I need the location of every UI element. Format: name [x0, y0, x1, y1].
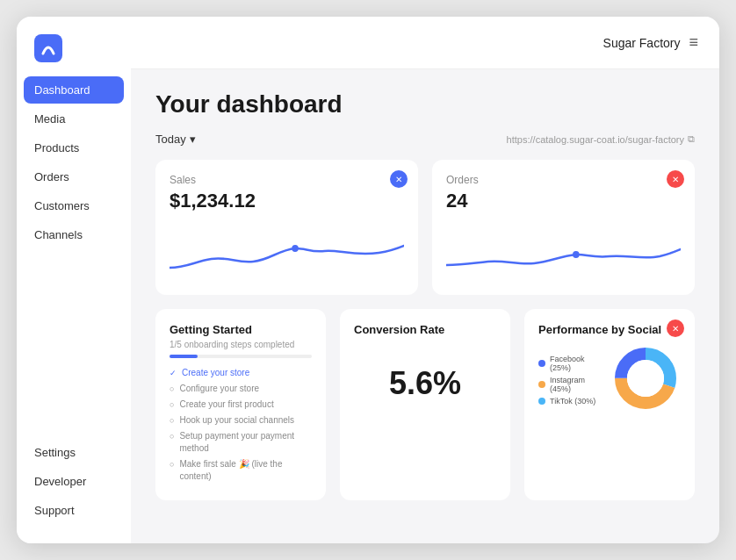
checklist-text: Make first sale 🎉 (live the content) [179, 458, 312, 483]
chevron-down-icon: ▾ [190, 133, 196, 146]
conversion-value: 5.6% [389, 365, 461, 402]
check-icon: ○ [170, 415, 174, 427]
app-window: DashboardMediaProductsOrdersCustomersCha… [17, 17, 719, 543]
donut-chart [610, 343, 681, 417]
orders-value: 24 [446, 190, 681, 212]
legend-label: Instagram (45%) [550, 376, 602, 393]
legend-item: TikTok (30%) [538, 397, 602, 406]
check-icon: ○ [170, 459, 174, 470]
topbar: Sugar Factory ≡ [131, 17, 719, 69]
sidebar-item-settings[interactable]: Settings [24, 439, 124, 466]
checklist-item: ○Configure your store [170, 383, 312, 395]
menu-icon[interactable]: ≡ [689, 33, 698, 52]
legend-dot [538, 398, 545, 405]
getting-started-card: Getting Started 1/5 onboarding steps com… [155, 309, 326, 500]
sidebar-item-media[interactable]: Media [24, 105, 124, 133]
check-icon: ✓ [170, 368, 177, 379]
bottom-row: Getting Started 1/5 onboarding steps com… [155, 309, 695, 500]
sidebar-item-orders[interactable]: Orders [24, 163, 124, 190]
date-filter[interactable]: Today ▾ [155, 133, 196, 146]
conversion-rate-card: Conversion Rate 5.6% [340, 309, 510, 500]
checklist-text: Setup payment your payment method [179, 430, 312, 455]
checklist: ✓Create your store○Configure your store○… [170, 367, 312, 483]
conversion-rate-title: Conversion Rate [354, 323, 496, 336]
orders-label: Orders [446, 174, 681, 186]
sales-value: $1,234.12 [170, 190, 404, 212]
check-icon: ○ [170, 399, 174, 411]
social-card-close[interactable]: ✕ [667, 319, 684, 337]
getting-started-title: Getting Started [170, 323, 312, 336]
checklist-text: Create your first product [179, 398, 273, 411]
legend-item: Instagram (45%) [538, 376, 602, 393]
social-performance-title: Performance by Social [538, 323, 681, 336]
sidebar-item-developer[interactable]: Developer [24, 468, 124, 495]
checklist-item: ✓Create your store [170, 367, 312, 379]
main-area: Sugar Factory ≡ Your dashboard Today ▾ h… [131, 17, 719, 543]
stats-cards-row: Sales $1,234.12 ✕ Orders 24 ✕ [155, 160, 695, 295]
checklist-item: ○Create your first product [170, 398, 312, 411]
sidebar: DashboardMediaProductsOrdersCustomersCha… [17, 17, 131, 543]
progress-label: 1/5 onboarding steps completed [170, 340, 312, 349]
progress-bar-fill [170, 355, 198, 358]
sidebar-item-products[interactable]: Products [24, 134, 124, 162]
orders-card-close[interactable]: ✕ [667, 170, 684, 188]
checklist-text: Create your store [182, 367, 249, 379]
checklist-item: ○Hook up your social channels [170, 414, 312, 427]
legend-item: Facebook (25%) [538, 355, 602, 372]
app-logo-icon [34, 34, 62, 62]
checklist-item: ○Make first sale 🎉 (live the content) [170, 458, 312, 483]
content-area: Your dashboard Today ▾ https://catalog.s… [131, 69, 719, 543]
external-link-icon: ⧉ [688, 133, 695, 145]
legend-dot [538, 381, 545, 388]
catalog-url: https://catalog.sugar-coat.io/sugar-fact… [507, 133, 695, 145]
store-name: Sugar Factory [603, 36, 681, 50]
sidebar-item-customers[interactable]: Customers [24, 192, 124, 219]
svg-point-1 [292, 245, 299, 252]
toolbar-row: Today ▾ https://catalog.sugar-coat.io/su… [155, 133, 695, 146]
sales-card-close[interactable]: ✕ [390, 170, 408, 188]
social-card-inner: Facebook (25%)Instagram (45%)TikTok (30%… [538, 343, 681, 417]
sidebar-nav: DashboardMediaProductsOrdersCustomersCha… [17, 76, 131, 428]
legend-label: Facebook (25%) [550, 355, 602, 372]
checklist-text: Configure your store [179, 383, 259, 395]
sidebar-item-support[interactable]: Support [24, 497, 124, 524]
check-icon: ○ [170, 431, 174, 442]
sidebar-logo [17, 17, 131, 76]
checklist-text: Hook up your social channels [179, 414, 294, 427]
sidebar-bottom: SettingsDeveloperSupport [17, 428, 131, 543]
progress-bar-bg [170, 355, 312, 358]
svg-point-2 [573, 251, 580, 258]
orders-chart [446, 219, 681, 281]
page-title: Your dashboard [155, 90, 695, 118]
check-icon: ○ [170, 384, 174, 395]
sidebar-item-dashboard[interactable]: Dashboard [24, 76, 124, 104]
sales-chart [170, 219, 404, 281]
legend-dot [538, 360, 545, 367]
social-performance-card: Performance by Social ✕ Facebook (25%)In… [524, 309, 695, 500]
sales-label: Sales [170, 174, 404, 186]
checklist-item: ○Setup payment your payment method [170, 430, 312, 455]
legend-label: TikTok (30%) [550, 397, 595, 406]
social-legend: Facebook (25%)Instagram (45%)TikTok (30%… [538, 355, 602, 406]
topbar-right: Sugar Factory ≡ [603, 33, 698, 52]
sales-card: Sales $1,234.12 ✕ [155, 160, 418, 295]
orders-card: Orders 24 ✕ [432, 160, 695, 295]
date-filter-label: Today [155, 133, 186, 146]
sidebar-item-channels[interactable]: Channels [24, 221, 124, 248]
svg-point-6 [627, 360, 664, 397]
conversion-center: 5.6% [354, 340, 496, 427]
